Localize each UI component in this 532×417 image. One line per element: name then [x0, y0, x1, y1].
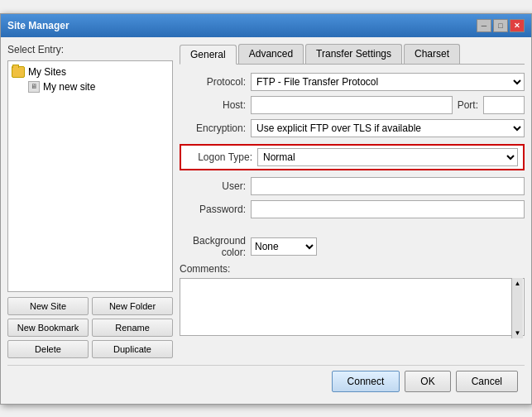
encryption-row: Encryption: Use explicit FTP over TLS if…: [180, 119, 525, 137]
logon-type-row: Logon Type: Normal Anonymous Ask for pas…: [180, 144, 525, 170]
tab-transfer-settings[interactable]: Transfer Settings: [305, 44, 402, 64]
tree-site-new[interactable]: 🖥 My new site: [12, 79, 169, 94]
user-row: User:: [180, 177, 525, 195]
password-input[interactable]: [251, 200, 525, 218]
my-new-site-label: My new site: [43, 81, 95, 93]
tab-bar: General Advanced Transfer Settings Chars…: [180, 44, 525, 65]
delete-button[interactable]: Delete: [7, 340, 89, 358]
duplicate-button[interactable]: Duplicate: [92, 340, 173, 358]
host-label: Host:: [180, 99, 246, 111]
port-label: Port:: [458, 99, 478, 111]
background-color-label: Background color:: [180, 235, 246, 258]
background-color-row: Background color: None Red Green Blue Ye…: [180, 235, 525, 258]
ok-button[interactable]: OK: [405, 371, 450, 392]
port-input[interactable]: [483, 96, 525, 114]
title-bar: Site Manager ─ □ ✕: [1, 14, 531, 37]
window-body: Select Entry: My Sites 🖥 My new site New…: [1, 37, 531, 404]
spacer: [180, 223, 525, 230]
new-bookmark-button[interactable]: New Bookmark: [7, 319, 89, 337]
rename-button[interactable]: Rename: [92, 319, 173, 337]
new-folder-button[interactable]: New Folder: [92, 297, 173, 315]
host-row: Host: Port:: [180, 96, 525, 114]
scroll-up-icon[interactable]: ▲: [515, 280, 521, 287]
tab-charset[interactable]: Charset: [404, 44, 460, 64]
new-site-button[interactable]: New Site: [7, 297, 89, 315]
comments-textarea[interactable]: [180, 278, 525, 336]
user-input[interactable]: [251, 177, 525, 195]
tree-view: My Sites 🖥 My new site: [7, 60, 173, 292]
window-title: Site Manager: [7, 20, 69, 31]
my-sites-label: My Sites: [28, 66, 66, 78]
connect-button[interactable]: Connect: [332, 371, 400, 392]
form-area: Protocol: FTP - File Transfer Protocol S…: [180, 70, 525, 342]
protocol-label: Protocol:: [180, 76, 246, 88]
main-content: Select Entry: My Sites 🖥 My new site New…: [7, 44, 525, 358]
user-label: User:: [180, 180, 246, 192]
tab-general[interactable]: General: [180, 45, 237, 65]
left-buttons: New Site New Folder New Bookmark Rename …: [7, 297, 173, 358]
site-icon: 🖥: [28, 81, 40, 93]
bottom-bar: Connect OK Cancel: [7, 365, 525, 397]
protocol-row: Protocol: FTP - File Transfer Protocol S…: [180, 73, 525, 91]
folder-icon: [12, 66, 25, 78]
comments-section: Comments: ▲ ▼: [180, 263, 525, 338]
tab-advanced[interactable]: Advanced: [238, 44, 304, 64]
tree-folder-my-sites[interactable]: My Sites: [12, 65, 169, 79]
logon-type-label: Logon Type:: [186, 151, 252, 163]
select-entry-label: Select Entry:: [7, 44, 173, 55]
comments-label: Comments:: [180, 263, 525, 275]
cancel-button[interactable]: Cancel: [456, 371, 518, 392]
scroll-down-icon[interactable]: ▼: [515, 329, 521, 337]
site-manager-window: Site Manager ─ □ ✕ Select Entry: My Site…: [0, 13, 532, 405]
scrollbar[interactable]: ▲ ▼: [511, 278, 523, 338]
password-row: Password:: [180, 200, 525, 218]
protocol-select[interactable]: FTP - File Transfer Protocol SFTP - SSH …: [251, 73, 525, 91]
window-controls: ─ □ ✕: [477, 19, 525, 32]
encryption-label: Encryption:: [180, 122, 246, 134]
host-input[interactable]: [251, 96, 453, 114]
background-color-select[interactable]: None Red Green Blue Yellow: [251, 237, 317, 256]
left-panel: Select Entry: My Sites 🖥 My new site New…: [7, 44, 173, 358]
maximize-button[interactable]: □: [493, 19, 508, 32]
password-label: Password:: [180, 204, 246, 215]
logon-type-select[interactable]: Normal Anonymous Ask for password Intera…: [257, 148, 518, 166]
encryption-select[interactable]: Use explicit FTP over TLS if available O…: [251, 119, 525, 137]
right-panel: General Advanced Transfer Settings Chars…: [180, 44, 525, 358]
minimize-button[interactable]: ─: [477, 19, 491, 32]
close-button[interactable]: ✕: [510, 19, 525, 32]
